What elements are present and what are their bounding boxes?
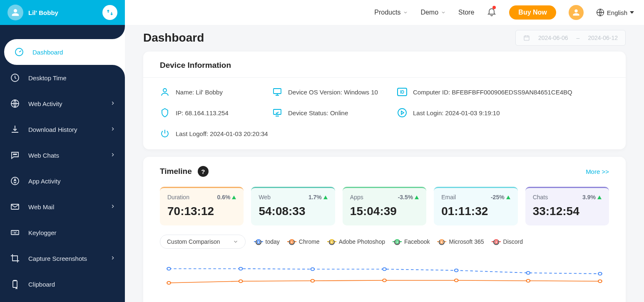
legend-row: Custom Comparison .legend-swatch::before… (143, 225, 626, 253)
chevron-right-icon (110, 152, 116, 159)
svg-point-12 (163, 89, 167, 92)
stat-value: 70:13:12 (167, 205, 236, 218)
timeline-more-link[interactable]: More >> (586, 168, 609, 175)
download-icon (9, 124, 21, 135)
nav-label: Download History (28, 126, 77, 133)
sidebar-item-desktop-time[interactable]: Desktop Time (0, 65, 125, 91)
date-range-picker[interactable]: 2024-06-06 – 2024-06-12 (515, 30, 626, 46)
nav: Dashboard Desktop Time Web Activity Down… (0, 25, 125, 297)
stat-label: Chats (533, 194, 548, 201)
topbar: Products Demo Store Buy Now English (125, 0, 644, 25)
svg-point-18 (311, 268, 315, 271)
stat-card-chats[interactable]: Chats 3.9% 33:12:54 (525, 187, 609, 225)
keyboard-icon (9, 227, 21, 238)
help-button[interactable]: ? (198, 166, 209, 177)
legend-item-adobe-photoshop[interactable]: .legend-swatch::before{border-color:inhe… (327, 238, 385, 245)
stat-card-email[interactable]: Email -25% 01:11:32 (434, 187, 517, 225)
sidebar-item-web-mail[interactable]: Web Mail (0, 194, 125, 220)
svg-rect-8 (11, 230, 19, 235)
dropdown-label: Custom Comparison (167, 238, 220, 245)
arrow-up-icon (506, 196, 510, 199)
chevron-right-icon (110, 100, 116, 107)
stat-value: 33:12:54 (533, 205, 602, 218)
stat-pct: 3.9% (582, 194, 596, 201)
swap-button[interactable] (102, 5, 117, 20)
nav-label: Web Activity (28, 100, 62, 107)
date-to: 2024-06-12 (588, 35, 618, 41)
sidebar-item-app-activity[interactable]: App Activity (0, 168, 125, 194)
chat-icon (9, 149, 21, 161)
device-last-logoff: Last Logoff: 2024-01-03 20:20:34 (160, 129, 609, 139)
timeline-title: Timeline (160, 167, 192, 176)
device-info-header: Device Information (143, 52, 626, 78)
date-dash: – (577, 35, 580, 41)
sidebar-item-keylogger[interactable]: Keylogger (0, 220, 125, 245)
sidebar: Lil' Bobby Dashboard Desktop Time Web Ac… (0, 0, 125, 302)
stat-card-duration[interactable]: Duration 0.6% 70:13:12 (160, 187, 244, 225)
dashboard-icon (13, 46, 25, 58)
timeline-card: Timeline ? More >> Duration 0.6% 70:13:1… (143, 157, 626, 302)
nav-label: Desktop Time (28, 74, 67, 82)
stat-value: 54:08:33 (259, 205, 327, 218)
device-last-login: Last Login: 2024-01-03 9:19:10 (397, 108, 609, 118)
chevron-right-icon (110, 126, 116, 133)
crop-icon (9, 252, 21, 264)
profile-button[interactable] (569, 5, 584, 20)
sidebar-item-clipboard[interactable]: Clipboard (0, 271, 125, 297)
buy-now-button[interactable]: Buy Now (509, 5, 556, 20)
date-from: 2024-06-06 (538, 35, 568, 41)
globe-icon (596, 8, 604, 17)
nav-products-label: Products (374, 9, 400, 16)
legend-item-today[interactable]: .legend-swatch::before{border-color:inhe… (254, 238, 280, 245)
legend-item-chrome[interactable]: .legend-swatch::before{border-color:inhe… (287, 238, 320, 245)
nav-demo[interactable]: Demo (420, 9, 446, 16)
nav-products[interactable]: Products (374, 9, 408, 16)
svg-point-27 (455, 279, 458, 282)
svg-point-16 (167, 267, 171, 270)
user-icon (572, 8, 580, 17)
svg-point-3 (13, 154, 14, 155)
arrow-up-icon (415, 196, 419, 199)
sidebar-item-dashboard[interactable]: Dashboard (4, 39, 125, 65)
chevron-right-icon (110, 255, 116, 262)
stat-card-apps[interactable]: Apps -3.5% 15:04:39 (343, 187, 426, 225)
sidebar-item-web-chats[interactable]: Web Chats (0, 142, 125, 168)
svg-rect-9 (13, 281, 17, 287)
sidebar-item-capture-screenshots[interactable]: Capture Screenshots (0, 245, 125, 271)
nav-label: Capture Screenshots (28, 255, 87, 262)
main: Products Demo Store Buy Now English Dash… (125, 0, 644, 302)
svg-point-5 (16, 154, 17, 155)
stat-card-web[interactable]: Web 1.7% 54:08:33 (251, 187, 335, 225)
notifications-button[interactable] (487, 7, 497, 18)
timeline-chart (143, 253, 626, 302)
svg-point-23 (167, 282, 171, 285)
stat-label: Web (259, 194, 271, 201)
comparison-dropdown[interactable]: Custom Comparison (160, 235, 246, 249)
device-status: Device Status: Online (272, 108, 393, 118)
svg-point-29 (598, 280, 602, 283)
globe-icon (9, 98, 21, 109)
svg-point-26 (383, 279, 386, 282)
stat-pct: -3.5% (398, 194, 413, 201)
sidebar-item-download-history[interactable]: Download History (0, 116, 125, 142)
stat-label: Duration (167, 194, 189, 201)
nav-store-label: Store (458, 9, 474, 16)
sidebar-header: Lil' Bobby (0, 0, 125, 25)
legend-item-discord[interactable]: .legend-swatch::before{border-color:inhe… (492, 238, 523, 245)
user-area[interactable]: Lil' Bobby (7, 5, 58, 20)
ip-icon (160, 108, 170, 118)
legend-item-microsoft-365[interactable]: .legend-swatch::before{border-color:inhe… (437, 238, 484, 245)
svg-point-17 (239, 267, 243, 270)
id-icon: ID (397, 88, 407, 96)
device-ip: IP: 68.164.113.254 (160, 108, 268, 118)
clock-icon (9, 72, 21, 84)
svg-point-21 (526, 272, 530, 275)
legend-item-facebook[interactable]: .legend-swatch::before{border-color:inhe… (393, 238, 430, 245)
language-label: English (607, 9, 627, 16)
play-icon (397, 108, 407, 118)
nav-store[interactable]: Store (458, 9, 474, 16)
sidebar-item-web-activity[interactable]: Web Activity (0, 91, 125, 116)
language-selector[interactable]: English (596, 8, 634, 17)
page-title: Dashboard (143, 31, 204, 45)
power-icon (160, 129, 170, 139)
